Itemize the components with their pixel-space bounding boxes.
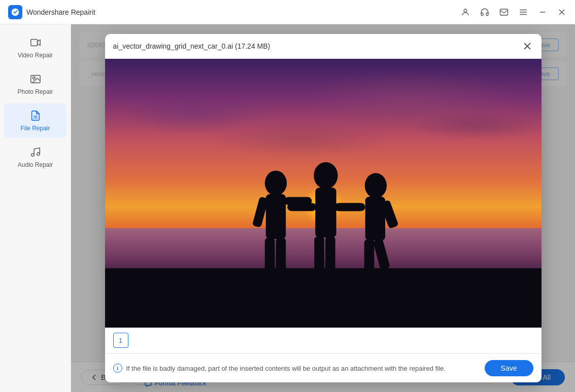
svg-point-29 xyxy=(364,173,386,198)
modal-close-button[interactable] xyxy=(521,40,533,52)
audio-icon xyxy=(29,146,42,158)
sidebar-item-photo-repair-label: Photo Repair xyxy=(17,88,53,95)
info-icon: i xyxy=(113,364,122,373)
sidebar-item-video-repair[interactable]: Video Repair xyxy=(4,30,66,65)
svg-rect-32 xyxy=(373,238,390,270)
svg-rect-31 xyxy=(364,239,374,278)
svg-point-0 xyxy=(464,9,467,12)
titlebar-controls xyxy=(460,7,567,17)
svg-rect-33 xyxy=(335,203,365,211)
modal-pagination: 1 xyxy=(105,328,542,353)
modal-header: ai_vector_drawing_grid_next_car_0.ai (17… xyxy=(105,34,542,59)
svg-line-39 xyxy=(418,295,423,300)
svg-point-13 xyxy=(31,154,34,157)
headset-icon[interactable] xyxy=(480,7,490,17)
sidebar-item-file-repair[interactable]: File Repair xyxy=(4,103,66,138)
page-1-button[interactable]: 1 xyxy=(113,333,128,348)
sidebar-item-audio-repair[interactable]: Audio Repair xyxy=(4,140,66,174)
svg-rect-1 xyxy=(500,9,508,15)
svg-line-40 xyxy=(418,292,426,295)
svg-rect-26 xyxy=(325,236,335,279)
modal-overlay[interactable]: ai_vector_drawing_grid_next_car_0.ai (17… xyxy=(71,24,575,392)
modal-info: i If the file is badly damaged, part of … xyxy=(113,364,446,373)
svg-rect-20 xyxy=(276,238,286,278)
sidebar-item-audio-repair-label: Audio Repair xyxy=(18,161,53,168)
account-icon[interactable] xyxy=(460,7,470,17)
menu-icon[interactable] xyxy=(518,7,528,17)
modal-title: ai_vector_drawing_grid_next_car_0.ai (17… xyxy=(113,42,270,50)
main-content: d26830_lose_La Save _vector_drawing_ Sav… xyxy=(71,24,575,392)
sidebar-item-photo-repair[interactable]: Photo Repair xyxy=(4,67,66,101)
minimize-button[interactable] xyxy=(537,7,548,17)
modal-dialog: ai_vector_drawing_grid_next_car_0.ai (17… xyxy=(105,34,542,382)
sidebar: Video Repair Photo Repair File Repair xyxy=(0,24,71,392)
svg-rect-25 xyxy=(314,236,324,279)
app-logo xyxy=(8,5,22,19)
svg-line-38 xyxy=(413,295,418,310)
svg-rect-18 xyxy=(265,194,285,239)
svg-rect-27 xyxy=(287,203,316,211)
svg-point-23 xyxy=(314,162,337,189)
svg-point-14 xyxy=(37,153,40,156)
sidebar-item-video-repair-label: Video Repair xyxy=(18,52,53,59)
app-title: Wondershare Repairit xyxy=(26,8,460,16)
file-icon xyxy=(29,110,42,122)
photo-icon xyxy=(29,73,42,85)
modal-save-button[interactable]: Save xyxy=(485,360,533,376)
sidebar-item-file-repair-label: File Repair xyxy=(20,125,50,132)
modal-footer: i If the file is badly damaged, part of … xyxy=(105,353,542,382)
svg-rect-19 xyxy=(264,238,275,278)
svg-rect-37 xyxy=(198,310,448,328)
svg-point-10 xyxy=(32,77,35,79)
preview-image xyxy=(105,59,542,328)
mail-icon[interactable] xyxy=(499,7,509,17)
modal-image-container xyxy=(105,59,542,328)
silhouette xyxy=(171,153,476,328)
close-button[interactable] xyxy=(557,7,567,17)
modal-info-text: If the file is badly damaged, part of th… xyxy=(126,365,446,372)
video-icon xyxy=(29,37,42,49)
svg-rect-24 xyxy=(315,187,336,237)
svg-rect-8 xyxy=(30,40,37,46)
app-body: Video Repair Photo Repair File Repair xyxy=(0,24,575,392)
title-bar: Wondershare Repairit xyxy=(0,0,575,24)
svg-point-17 xyxy=(264,170,286,195)
